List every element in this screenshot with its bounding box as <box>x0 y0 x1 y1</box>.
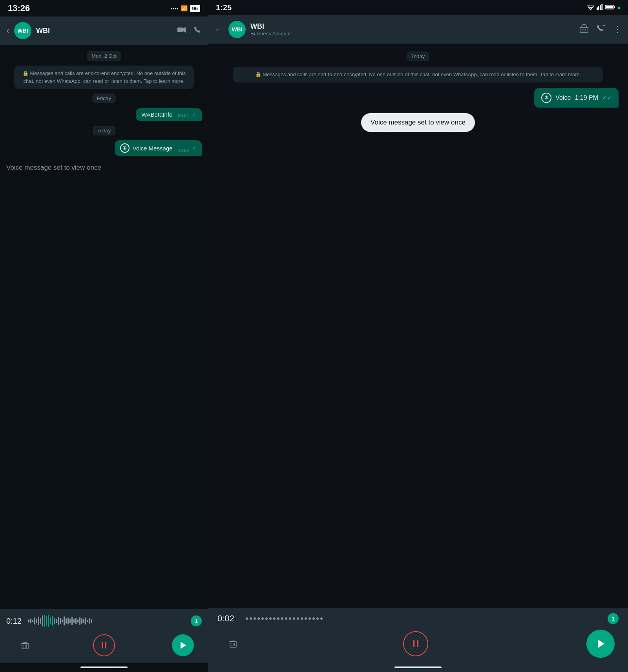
recorder-delete-button-right[interactable] <box>221 632 245 656</box>
wave-dot <box>309 617 311 620</box>
voice-msg-check-right: ✓✓ <box>602 95 612 101</box>
wave-bar <box>73 619 75 623</box>
wave-bar <box>64 616 65 626</box>
right-status-time: 1:25 <box>216 3 232 12</box>
wave-dot <box>301 617 303 620</box>
wave-bar <box>30 619 31 623</box>
msg-wabetainfo-time: 20:34 <box>178 113 189 118</box>
right-wifi-icon <box>587 4 594 11</box>
svg-rect-14 <box>598 6 599 10</box>
wave-dot <box>289 617 291 620</box>
wave-dot <box>305 617 307 620</box>
right-header-icons: ⋮ <box>579 24 622 35</box>
svg-rect-29 <box>413 640 414 647</box>
wave-bar <box>54 618 55 624</box>
recorder-time-wave-right: 0:02 <box>217 613 619 624</box>
svg-rect-30 <box>417 640 418 647</box>
recorder-delete-button-left[interactable] <box>14 634 36 656</box>
wave-bar <box>34 617 35 624</box>
wave-dot <box>246 617 248 620</box>
wave-bar <box>69 619 71 623</box>
svg-rect-7 <box>102 642 103 648</box>
svg-rect-13 <box>597 7 598 10</box>
wave-dot <box>261 617 264 620</box>
wave-dot <box>257 617 260 620</box>
recorder-actions-left <box>6 631 202 659</box>
svg-rect-16 <box>601 4 602 10</box>
wave-bar <box>89 618 90 624</box>
wave-bar <box>48 615 49 627</box>
wave-bar <box>58 617 59 625</box>
wifi-icon: 📶 <box>181 5 188 11</box>
battery-icon: 96 <box>190 5 200 12</box>
wave-dot <box>316 617 319 620</box>
date-badge-today-left: Today <box>93 126 116 135</box>
right-contact-name: WBI <box>250 22 575 31</box>
svg-marker-1 <box>183 27 186 33</box>
menu-icon[interactable]: ⋮ <box>613 24 622 35</box>
wave-bar <box>66 618 67 624</box>
left-header: ‹ WBI WBI <box>0 16 208 45</box>
right-signal-icon <box>597 4 603 11</box>
wave-bar <box>40 618 41 624</box>
recorder-send-button-right[interactable] <box>586 630 615 658</box>
right-chat-area: Today 🔒 Messages and calls are end-to-en… <box>208 44 628 608</box>
wave-bar <box>28 619 29 623</box>
svg-marker-9 <box>181 642 186 649</box>
wave-bar <box>77 619 78 623</box>
svg-rect-15 <box>600 5 601 10</box>
left-status-time: 13:26 <box>8 3 30 13</box>
wave-bar <box>44 615 45 627</box>
wave-bar <box>85 617 86 624</box>
voice-msg-time-right: 1:19 PM <box>575 94 598 101</box>
phone-icon[interactable] <box>194 26 202 36</box>
wave-bar <box>42 615 43 626</box>
right-contact-sub: Business Account <box>250 31 575 37</box>
left-header-icons <box>177 26 202 36</box>
msg-check-icon: ✓ <box>192 112 196 117</box>
right-contact-info: WBI Business Account <box>250 22 575 37</box>
view-once-icon-left: ① <box>120 143 130 153</box>
shop-icon[interactable] <box>579 24 589 35</box>
wave-bar <box>36 619 37 623</box>
video-call-icon[interactable] <box>177 26 186 36</box>
encryption-notice-right[interactable]: 🔒 Messages and calls are end-to-end encr… <box>233 67 603 82</box>
wave-dot <box>293 617 295 620</box>
home-bar-left <box>0 663 208 672</box>
recorder-badge-right: 1 <box>608 613 619 624</box>
right-back-button[interactable]: ← <box>214 24 224 35</box>
system-msg-right: Voice message set to view once <box>361 113 475 132</box>
wave-bar <box>83 619 84 623</box>
system-msg-left: Voice message set to view once <box>6 161 101 175</box>
wave-bar <box>56 619 57 623</box>
right-status-bar: 1:25 <box>208 0 628 15</box>
voice-msg-left[interactable]: ① Voice Message 13:26 ✓ <box>115 140 202 156</box>
left-back-button[interactable]: ‹ <box>6 25 9 36</box>
left-avatar: WBI <box>14 22 31 39</box>
svg-rect-18 <box>606 5 613 8</box>
wave-bar <box>62 619 63 623</box>
right-phone-icon[interactable] <box>597 24 605 35</box>
wave-bar <box>68 617 69 624</box>
encryption-notice-left[interactable]: 🔒 Messages and calls are end-to-end encr… <box>14 66 194 89</box>
recorder-time-left: 0:12 <box>6 617 25 626</box>
waveform-dots-right <box>246 617 603 620</box>
recorder-pause-button-left[interactable] <box>93 634 115 656</box>
wave-bar <box>81 618 82 624</box>
home-bar-line-right <box>394 667 442 668</box>
svg-rect-21 <box>583 29 585 31</box>
left-chat-area: Mon, 2 Oct 🔒 Messages and calls are end-… <box>0 45 208 609</box>
date-badge-friday: Friday <box>92 93 116 103</box>
recorder-send-button-left[interactable] <box>172 634 194 656</box>
voice-msg-label-left: Voice Message <box>133 145 173 152</box>
waveform-left <box>28 614 188 628</box>
right-avatar: WBI <box>228 21 246 38</box>
recorder-pause-button-right[interactable] <box>403 631 428 656</box>
wave-dot <box>297 617 299 620</box>
svg-rect-19 <box>614 6 615 8</box>
voice-msg-time-left: 13:26 <box>178 148 189 153</box>
wave-bar <box>46 616 47 626</box>
date-badge-oct: Mon, 2 Oct <box>87 51 121 61</box>
voice-msg-right[interactable]: ① Voice 1:19 PM ✓✓ <box>534 88 619 108</box>
wave-bar <box>52 616 53 626</box>
